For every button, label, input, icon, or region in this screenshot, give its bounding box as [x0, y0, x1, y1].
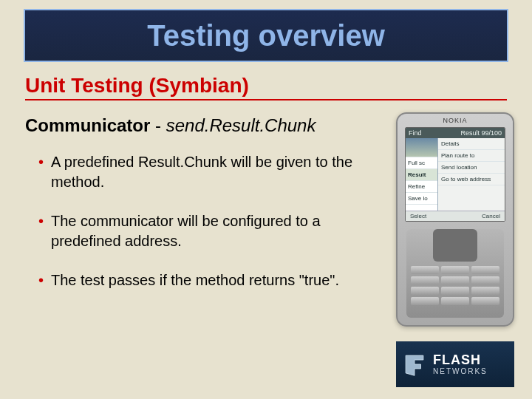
- bullet-item: • The communicator will be configured to…: [38, 211, 356, 251]
- bullet-item: • A predefined Result.Chunk will be give…: [38, 152, 356, 192]
- slide-title-bar: Testing overview: [24, 9, 508, 62]
- phone-footer-left: Select: [410, 213, 426, 219]
- slide-title: Testing overview: [147, 19, 385, 52]
- phone-right-item: Plan route to: [438, 150, 505, 162]
- heading-italic: send.Result.Chunk: [166, 115, 316, 135]
- bullet-text: The communicator will be configured to a…: [51, 211, 356, 251]
- phone-screen-footer: Select Cancel: [406, 211, 505, 221]
- phone-keypad: [406, 229, 504, 318]
- phone-right-item: Details: [438, 138, 505, 150]
- heading-strong: Communicator: [25, 115, 150, 135]
- slide-subtitle: Unit Testing (Symbian): [25, 74, 507, 100]
- phone-mockup: NOKIA Find Result 99/100 Full sc Result …: [396, 112, 514, 327]
- phone-screen-body: Full sc Result Refine Save lo Details Pl…: [406, 138, 505, 211]
- phone-number-keys: [406, 266, 504, 305]
- logo-line2: NETWORKS: [433, 368, 488, 375]
- bullet-text: The test passes if the method returns "t…: [51, 270, 339, 290]
- phone-left-item: Full sc: [406, 157, 437, 169]
- heading-separator: -: [150, 115, 166, 135]
- phone-header-left: Find: [409, 129, 422, 137]
- bullet-dot-icon: •: [38, 211, 44, 231]
- bullet-item: • The test passes if the method returns …: [38, 270, 356, 290]
- bullet-list: • A predefined Result.Chunk will be give…: [38, 152, 356, 310]
- bullet-text: A predefined Result.Chunk will be given …: [51, 152, 356, 192]
- company-logo: FLASH NETWORKS: [396, 341, 514, 387]
- phone-brand: NOKIA: [398, 114, 513, 126]
- phone-right-item: Go to web address: [438, 174, 505, 185]
- phone-menu-left: Full sc Result Refine Save lo: [406, 138, 438, 211]
- bullet-dot-icon: •: [38, 152, 44, 172]
- phone-dpad: [433, 229, 477, 262]
- section-heading: Communicator - send.Result.Chunk: [25, 115, 316, 136]
- phone-right-item: Send location: [438, 162, 505, 174]
- bullet-dot-icon: •: [38, 270, 44, 290]
- logo-mark-icon: [402, 352, 427, 377]
- phone-left-item: Save lo: [406, 193, 437, 205]
- phone-header-right: Result 99/100: [460, 129, 502, 137]
- phone-menu-right: Details Plan route to Send location Go t…: [438, 138, 505, 211]
- logo-text: FLASH NETWORKS: [433, 353, 488, 375]
- phone-screen-header: Find Result 99/100: [406, 128, 505, 138]
- logo-line1: FLASH: [433, 353, 488, 366]
- phone-left-item: Refine: [406, 181, 437, 193]
- phone-footer-right: Cancel: [482, 213, 500, 219]
- phone-thumbnail: [406, 138, 437, 157]
- phone-left-item: Result: [406, 169, 437, 181]
- phone-screen: Find Result 99/100 Full sc Result Refine…: [405, 127, 505, 222]
